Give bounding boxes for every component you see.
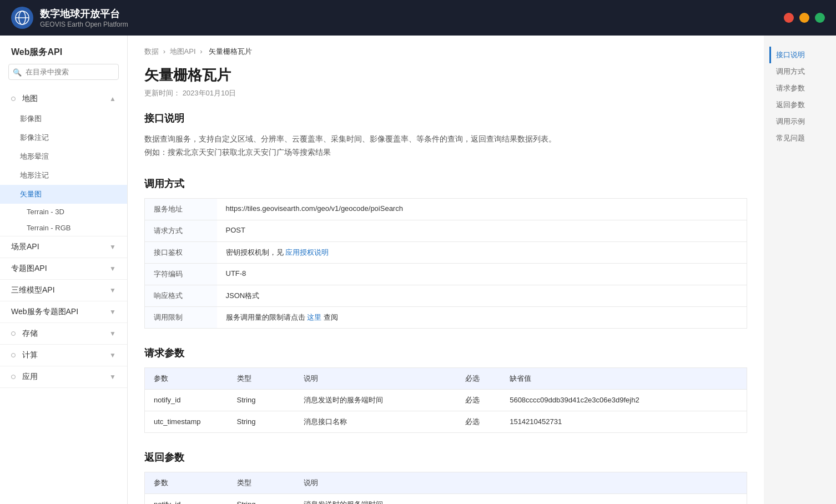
label-response-format: 响应格式 — [145, 285, 217, 306]
right-nav-item-return-params[interactable]: 返回参数 — [769, 97, 836, 113]
nav-group-compute-header[interactable]: 计算 ▼ — [0, 345, 127, 366]
nav-group-application-header[interactable]: 应用 ▼ — [0, 366, 127, 387]
dot-red — [784, 13, 794, 23]
sidebar-item-satellite[interactable]: 影像图 — [0, 109, 127, 128]
page-title: 矢量栅格瓦片 — [144, 65, 747, 85]
nav-group-dot — [11, 97, 16, 101]
col-header-desc: 说明 — [295, 367, 457, 389]
sidebar-item-satellite-annotation[interactable]: 影像注记 — [0, 128, 127, 147]
nav-group-application-label: 应用 — [22, 372, 38, 381]
cell-type-notify-id-r: String — [228, 493, 295, 504]
col-header-default: 缺省值 — [501, 367, 747, 389]
nav-group-maps: 地图 ▲ 影像图 影像注记 地形晕渲 地形注记 矢量图 Terrain - 3D… — [0, 88, 127, 236]
logo-icon — [11, 7, 33, 29]
right-nav-item-call-method[interactable]: 调用方式 — [769, 63, 836, 80]
dot-green — [815, 13, 825, 23]
nav-group-storage-header[interactable]: 存储 ▼ — [0, 323, 127, 344]
col-header-type-r: 类型 — [228, 472, 295, 493]
nav-group-web-theme: Web服务专题图API ▼ — [0, 301, 127, 323]
chevron-down-icon-2: ▼ — [109, 265, 116, 273]
sidebar-item-terrain-annotation[interactable]: 地形注记 — [0, 166, 127, 185]
logo: 数字地球开放平台 GEOVIS Earth Open Platform — [11, 7, 128, 29]
sidebar-item-terrain-rgb[interactable]: Terrain - RGB — [0, 220, 127, 236]
cell-param-notify-id: notify_id — [145, 389, 228, 411]
nav-group-theme-map-header[interactable]: 专题图API ▼ — [0, 258, 127, 279]
section-call-method: 调用方式 服务地址 https://tiles.geovisearth.com/… — [144, 177, 747, 329]
label-auth: 接口鉴权 — [145, 241, 217, 263]
topbar: 数字地球开放平台 GEOVIS Earth Open Platform — [0, 0, 836, 36]
nav-group-scene-header[interactable]: 场景API ▼ — [0, 236, 127, 258]
cell-default-notify-id: 5608cccc09ddb39d41c2e3c06e3d9fejh2 — [501, 389, 747, 411]
window-controls — [784, 13, 825, 23]
value-rate-limit: 服务调用量的限制请点击 这里 查阅 — [217, 306, 747, 328]
value-service-url: https://tiles.geovisearth.com/geo/v1/geo… — [217, 198, 747, 220]
nav-group-3d-model: 三维模型API ▼ — [0, 280, 127, 301]
right-nav-item-faq[interactable]: 常见问题 — [769, 130, 836, 147]
nav-group-scene-label: 场景API — [11, 242, 39, 252]
nav-group-compute: 计算 ▼ — [0, 345, 127, 366]
breadcrumb: 数据 › 地图API › 矢量栅格瓦片 — [144, 47, 747, 57]
nav-group-theme-map-label: 专题图API — [11, 264, 47, 274]
section-request-params-title: 请求参数 — [144, 346, 747, 360]
right-nav-item-call-example[interactable]: 调用示例 — [769, 113, 836, 130]
breadcrumb-map-api[interactable]: 地图API — [170, 47, 196, 56]
nav-group-theme-map: 专题图API ▼ — [0, 258, 127, 280]
cell-param-notify-id-r: notify_id — [145, 493, 228, 504]
table-row: 响应格式 JSON格式 — [145, 285, 747, 306]
table-row: utc_timestamp String 消息接口名称 必选 151421045… — [145, 411, 747, 432]
breadcrumb-data[interactable]: 数据 — [144, 47, 159, 56]
section-call-method-title: 调用方式 — [144, 177, 747, 190]
sidebar-item-terrain-shade[interactable]: 地形晕渲 — [0, 147, 127, 166]
chevron-down-icon-6: ▼ — [109, 351, 116, 359]
main-content: 数据 › 地图API › 矢量栅格瓦片 矢量栅格瓦片 更新时间： 2023年01… — [128, 36, 764, 504]
table-row: 接口鉴权 密钥授权机制，见 应用授权说明 — [145, 241, 747, 263]
nav-group-application-dot — [11, 375, 16, 379]
nav-group-maps-header[interactable]: 地图 ▲ — [0, 88, 127, 109]
search-input[interactable] — [8, 64, 119, 80]
request-params-table: 参数 类型 说明 必选 缺省值 notify_id String 消息发送时的服… — [144, 367, 747, 433]
value-request-method: POST — [217, 220, 747, 241]
nav-group-compute-dot — [11, 353, 16, 357]
nav-group-storage-dot — [11, 331, 16, 336]
nav-group-3d-model-label: 三维模型API — [11, 285, 55, 295]
cell-desc-notify-id: 消息发送时的服务端时间 — [295, 389, 457, 411]
table-row: notify_id String 消息发送时的服务端时间 必选 5608cccc… — [145, 389, 747, 411]
nav-maps-subitems: 影像图 影像注记 地形晕渲 地形注记 矢量图 Terrain - 3D Terr… — [0, 109, 127, 236]
section-interface-desc-content: 数据查询服务，支持自定义区域、分辨率、云覆盖率、采集时间、影像覆盖率、等条件的查… — [144, 133, 747, 159]
sidebar-item-vector[interactable]: 矢量图 — [0, 185, 127, 204]
table-header-row: 参数 类型 说明 必选 缺省值 — [145, 367, 747, 389]
auth-link[interactable]: 应用授权说明 — [285, 248, 329, 256]
logo-text: 数字地球开放平台 GEOVIS Earth Open Platform — [40, 7, 128, 28]
sidebar-item-terrain-3d[interactable]: Terrain - 3D — [0, 204, 127, 220]
section-request-params: 请求参数 参数 类型 说明 必选 缺省值 notify_id String — [144, 346, 747, 433]
logo-main: 数字地球开放平台 — [40, 7, 128, 21]
chevron-up-icon: ▲ — [109, 95, 116, 103]
col-header-param-r: 参数 — [145, 472, 228, 493]
nav-group-web-theme-header[interactable]: Web服务专题图API ▼ — [0, 301, 127, 322]
search-box[interactable]: 🔍 — [8, 64, 119, 80]
table-row: 字符编码 UTF-8 — [145, 263, 747, 285]
right-nav-item-interface-desc[interactable]: 接口说明 — [769, 47, 836, 63]
chevron-down-icon-4: ▼ — [109, 308, 116, 316]
nav-group-scene: 场景API ▼ — [0, 236, 127, 258]
chevron-down-icon-3: ▼ — [109, 286, 116, 294]
rate-limit-link[interactable]: 这里 — [307, 313, 321, 321]
col-header-required: 必选 — [456, 367, 501, 389]
table-row: 请求方式 POST — [145, 220, 747, 241]
nav-group-compute-label: 计算 — [22, 350, 38, 359]
sidebar: Web服务API 🔍 地图 ▲ 影像图 影像注记 地形晕渲 地形注记 矢量图 T… — [0, 36, 128, 504]
col-header-type: 类型 — [228, 367, 295, 389]
sidebar-title: Web服务API — [0, 36, 127, 64]
dot-yellow — [799, 13, 809, 23]
table-row: 调用限制 服务调用量的限制请点击 这里 查阅 — [145, 306, 747, 328]
nav-group-maps-label: 地图 — [22, 94, 38, 103]
label-encoding: 字符编码 — [145, 263, 217, 285]
cell-param-utc: utc_timestamp — [145, 411, 228, 432]
value-encoding: UTF-8 — [217, 263, 747, 285]
right-nav-item-request-params[interactable]: 请求参数 — [769, 80, 836, 97]
table-row: 服务地址 https://tiles.geovisearth.com/geo/v… — [145, 198, 747, 220]
cell-required-utc: 必选 — [456, 411, 501, 432]
nav-group-3d-model-header[interactable]: 三维模型API ▼ — [0, 280, 127, 301]
chevron-down-icon: ▼ — [109, 243, 116, 251]
label-rate-limit: 调用限制 — [145, 306, 217, 328]
